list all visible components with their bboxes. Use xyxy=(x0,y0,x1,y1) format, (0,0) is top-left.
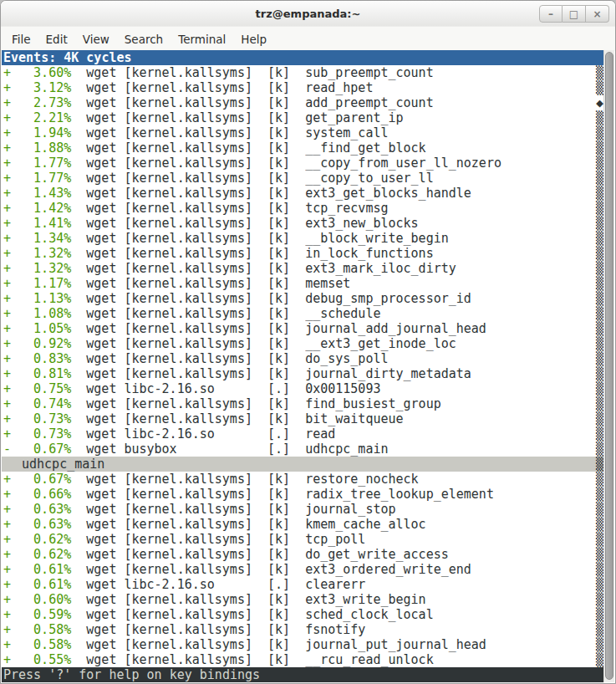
expand-toggle[interactable]: + xyxy=(3,110,11,125)
expand-toggle[interactable]: + xyxy=(3,622,11,637)
menu-item-file[interactable]: File xyxy=(4,29,38,49)
expand-toggle[interactable]: + xyxy=(3,502,11,517)
perf-row[interactable]: +1.94%wget[kernel.kallsyms][k]system_cal… xyxy=(2,125,603,140)
perf-row[interactable]: +0.63%wget[kernel.kallsyms][k]journal_st… xyxy=(2,502,603,517)
expand-toggle[interactable]: + xyxy=(3,201,11,216)
command-name: wget xyxy=(86,110,124,125)
callchain-row[interactable]: udhcpc_main▒ xyxy=(2,457,603,472)
perf-row[interactable]: +1.43%wget[kernel.kallsyms][k]ext3_get_b… xyxy=(2,186,603,201)
symbol-name: system_call xyxy=(305,125,596,140)
expand-toggle[interactable]: + xyxy=(3,426,11,442)
expand-toggle[interactable]: + xyxy=(3,261,11,276)
expand-toggle[interactable]: + xyxy=(3,652,11,667)
expand-toggle[interactable]: + xyxy=(3,577,11,592)
scrollbar-checker-icon: ▒ xyxy=(596,321,603,336)
menu-item-view[interactable]: View xyxy=(75,29,117,49)
menu-item-terminal[interactable]: Terminal xyxy=(171,29,233,49)
perf-row[interactable]: +1.88%wget[kernel.kallsyms][k]__find_get… xyxy=(2,140,603,156)
perf-row[interactable]: +3.12%wget[kernel.kallsyms][k]read_hpet▒ xyxy=(2,80,603,95)
expand-toggle[interactable]: + xyxy=(3,411,11,426)
expand-toggle[interactable]: + xyxy=(3,231,11,246)
perf-row[interactable]: +0.62%wget[kernel.kallsyms][k]do_get_wri… xyxy=(2,547,603,562)
title-bar[interactable]: trz@empanada:~ –□× xyxy=(1,1,615,26)
expand-toggle[interactable]: + xyxy=(3,562,11,577)
command-name: wget xyxy=(86,366,124,381)
maximize-button[interactable]: □ xyxy=(563,5,586,23)
expand-toggle[interactable]: + xyxy=(3,351,11,366)
perf-row[interactable]: +1.13%wget[kernel.kallsyms][k]debug_smp_… xyxy=(2,291,603,306)
perf-row[interactable]: +0.81%wget[kernel.kallsyms][k]journal_di… xyxy=(2,366,603,381)
perf-row[interactable]: +2.21%wget[kernel.kallsyms][k]get_parent… xyxy=(2,110,603,125)
menu-item-help[interactable]: Help xyxy=(233,29,274,49)
expand-toggle[interactable]: + xyxy=(3,306,11,321)
expand-toggle[interactable]: - xyxy=(3,442,11,457)
expand-toggle[interactable]: + xyxy=(3,216,11,231)
perf-row[interactable]: +1.05%wget[kernel.kallsyms][k]journal_ad… xyxy=(2,321,603,336)
terminal-scrollbar[interactable] xyxy=(603,50,614,682)
privilege-level: [k] xyxy=(267,652,305,667)
perf-row[interactable]: +1.41%wget[kernel.kallsyms][k]ext3_new_b… xyxy=(2,216,603,231)
menu-item-search[interactable]: Search xyxy=(117,29,171,49)
expand-toggle[interactable]: + xyxy=(3,396,11,411)
perf-row[interactable]: +0.55%wget[kernel.kallsyms][k]__rcu_read… xyxy=(2,652,603,667)
perf-row[interactable]: +1.32%wget[kernel.kallsyms][k]ext3_mark_… xyxy=(2,261,603,276)
perf-row[interactable]: +1.77%wget[kernel.kallsyms][k]__copy_fro… xyxy=(2,156,603,171)
expand-toggle[interactable]: + xyxy=(3,186,11,201)
overhead-percent: 1.42% xyxy=(11,201,71,216)
perf-row[interactable]: +3.60%wget[kernel.kallsyms][k]sub_preemp… xyxy=(2,65,603,80)
expand-toggle[interactable]: + xyxy=(3,321,11,336)
perf-row[interactable]: +2.73%wget[kernel.kallsyms][k]add_preemp… xyxy=(2,95,603,110)
perf-row[interactable]: -0.67%wgetbusybox[.]udhcpc_main▒ xyxy=(2,442,603,457)
close-button[interactable]: × xyxy=(586,5,609,23)
expand-toggle[interactable]: + xyxy=(3,140,11,156)
perf-row[interactable]: +1.77%wget[kernel.kallsyms][k]__copy_to_… xyxy=(2,171,603,186)
perf-row[interactable]: +0.60%wget[kernel.kallsyms][k]ext3_write… xyxy=(2,592,603,607)
perf-row[interactable]: +0.63%wget[kernel.kallsyms][k]kmem_cache… xyxy=(2,517,603,532)
perf-row[interactable]: +1.08%wget[kernel.kallsyms][k]__schedule… xyxy=(2,306,603,321)
perf-row[interactable]: +0.61%wget[kernel.kallsyms][k]ext3_order… xyxy=(2,562,603,577)
perf-row[interactable]: +1.32%wget[kernel.kallsyms][k]in_lock_fu… xyxy=(2,246,603,261)
expand-toggle[interactable]: + xyxy=(3,472,11,487)
expand-toggle[interactable]: + xyxy=(3,336,11,351)
privilege-level: [k] xyxy=(267,201,305,216)
expand-toggle[interactable]: + xyxy=(3,171,11,186)
menu-item-edit[interactable]: Edit xyxy=(38,29,75,49)
expand-toggle[interactable]: + xyxy=(3,246,11,261)
perf-row[interactable]: +0.74%wget[kernel.kallsyms][k]find_busie… xyxy=(2,396,603,411)
perf-row[interactable]: +0.73%wgetlibc-2.16.so[.]read▒ xyxy=(2,426,603,442)
expand-toggle[interactable]: + xyxy=(3,517,11,532)
perf-row[interactable]: +0.83%wget[kernel.kallsyms][k]do_sys_pol… xyxy=(2,351,603,366)
scrollbar-checker-icon: ▒ xyxy=(596,336,603,351)
perf-row[interactable]: +0.92%wget[kernel.kallsyms][k]__ext3_get… xyxy=(2,336,603,351)
expand-toggle[interactable]: + xyxy=(3,381,11,396)
minimize-button[interactable]: – xyxy=(539,5,563,23)
perf-row[interactable]: +0.59%wget[kernel.kallsyms][k]sched_cloc… xyxy=(2,607,603,622)
perf-row[interactable]: +1.42%wget[kernel.kallsyms][k]tcp_recvms… xyxy=(2,201,603,216)
perf-row[interactable]: +0.75%wgetlibc-2.16.so[.]0x00115093▒ xyxy=(2,381,603,396)
expand-toggle[interactable]: + xyxy=(3,65,11,80)
perf-row[interactable]: +1.17%wget[kernel.kallsyms][k]memset▒ xyxy=(2,276,603,291)
expand-toggle[interactable]: + xyxy=(3,291,11,306)
expand-toggle[interactable]: + xyxy=(3,532,11,547)
expand-toggle[interactable]: + xyxy=(3,366,11,381)
perf-row[interactable]: +0.58%wget[kernel.kallsyms][k]fsnotify▒ xyxy=(2,622,603,637)
scrollbar-thumb[interactable] xyxy=(605,52,613,680)
perf-row[interactable]: +0.58%wget[kernel.kallsyms][k]journal_pu… xyxy=(2,637,603,652)
expand-toggle[interactable]: + xyxy=(3,637,11,652)
perf-row[interactable]: +0.67%wget[kernel.kallsyms][k]restore_no… xyxy=(2,472,603,487)
perf-row[interactable]: +0.66%wget[kernel.kallsyms][k]radix_tree… xyxy=(2,487,603,502)
perf-row[interactable]: +0.61%wgetlibc-2.16.so[.]clearerr▒ xyxy=(2,577,603,592)
expand-toggle[interactable]: + xyxy=(3,80,11,95)
perf-row[interactable]: +0.62%wget[kernel.kallsyms][k]tcp_poll▒ xyxy=(2,532,603,547)
expand-toggle[interactable]: + xyxy=(3,487,11,502)
expand-toggle[interactable]: + xyxy=(3,125,11,140)
expand-toggle[interactable]: + xyxy=(3,547,11,562)
expand-toggle[interactable]: + xyxy=(3,276,11,291)
expand-toggle[interactable]: + xyxy=(3,156,11,171)
expand-toggle[interactable]: + xyxy=(3,607,11,622)
perf-row[interactable]: +0.73%wget[kernel.kallsyms][k]bit_waitqu… xyxy=(2,411,603,426)
expand-toggle[interactable]: + xyxy=(3,592,11,607)
perf-row[interactable]: +1.34%wget[kernel.kallsyms][k]__block_wr… xyxy=(2,231,603,246)
shared-object-name: [kernel.kallsyms] xyxy=(124,547,267,562)
expand-toggle[interactable]: + xyxy=(3,95,11,110)
